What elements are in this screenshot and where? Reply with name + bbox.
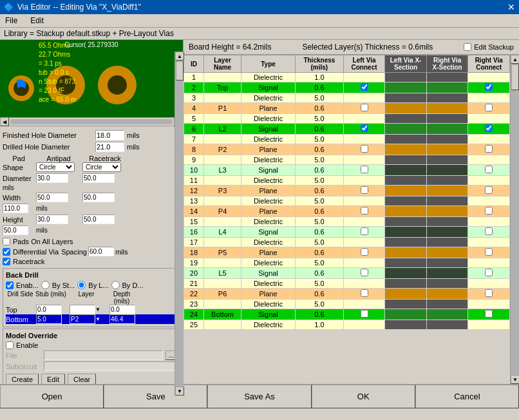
model-file-input[interactable] [44, 350, 163, 360]
model-edit-btn[interactable]: Edit [41, 374, 65, 384]
right-connect-checkbox[interactable] [485, 269, 493, 276]
cell-right-connect[interactable] [468, 155, 510, 165]
cell-right-connect[interactable] [468, 268, 510, 279]
close-button[interactable]: ✕ [507, 2, 515, 12]
pad-width-input[interactable] [36, 193, 68, 202]
left-connect-checkbox[interactable] [361, 289, 368, 297]
cell-right-connect[interactable] [468, 309, 510, 320]
cell-left-connect[interactable] [343, 176, 385, 186]
cell-left-connect[interactable] [343, 279, 385, 289]
cell-left-connect[interactable] [343, 135, 385, 144]
bd-bottom-depth-input[interactable] [109, 314, 135, 324]
model-enable-check[interactable] [6, 341, 14, 349]
left-connect-checkbox[interactable] [361, 207, 368, 215]
pad-diameter-input[interactable] [36, 173, 68, 183]
racetrack-width-input[interactable] [3, 204, 28, 213]
right-connect-checkbox[interactable] [485, 124, 493, 132]
table-row[interactable]: 17Dielectric5.0 [184, 238, 510, 247]
cell-left-connect[interactable] [343, 227, 385, 238]
cell-right-connect[interactable] [468, 82, 510, 93]
antipad-height-input[interactable] [82, 215, 115, 224]
cell-left-connect[interactable] [343, 165, 385, 176]
table-row[interactable]: 18P5Plane0.6 [184, 247, 510, 258]
cell-right-connect[interactable] [468, 320, 510, 330]
menu-edit[interactable]: Edit [28, 15, 46, 26]
cell-left-connect[interactable] [343, 103, 385, 114]
bd-bottom-stub-input[interactable] [36, 314, 62, 324]
differential-via-check[interactable] [3, 248, 10, 256]
cell-right-connect[interactable] [468, 93, 510, 103]
cell-left-connect[interactable] [343, 155, 385, 165]
left-connect-checkbox[interactable] [361, 124, 368, 132]
left-connect-checkbox[interactable] [361, 104, 368, 111]
table-row[interactable]: 16L4Signal0.6 [184, 227, 510, 238]
back-drill-enable-check[interactable] [6, 282, 14, 289]
cell-left-connect[interactable] [343, 258, 385, 268]
left-connect-checkbox[interactable] [361, 145, 368, 153]
right-connect-checkbox[interactable] [485, 83, 493, 91]
left-connect-checkbox[interactable] [361, 310, 368, 318]
cell-left-connect[interactable] [343, 82, 385, 93]
back-drill-by-st-radio[interactable] [41, 281, 50, 289]
cell-left-connect[interactable] [343, 206, 385, 217]
right-connect-checkbox[interactable] [485, 207, 493, 215]
table-row[interactable]: 6L2Signal0.6 [184, 124, 510, 135]
table-row[interactable]: 15Dielectric5.0 [184, 217, 510, 227]
antipad-shape-select[interactable]: Circle [82, 162, 121, 172]
h-scrollbar[interactable]: ◀ ▶ [0, 117, 183, 126]
cell-left-connect[interactable] [343, 300, 385, 309]
right-connect-checkbox[interactable] [485, 186, 493, 194]
table-row[interactable]: 8P2Plane0.6 [184, 144, 510, 155]
left-scroll-up-btn[interactable]: ▲ [175, 52, 184, 61]
table-row[interactable]: 1Dielectric1.0 [184, 73, 510, 82]
cell-right-connect[interactable] [468, 238, 510, 247]
table-row[interactable]: 3Dielectric5.0 [184, 93, 510, 103]
cell-left-connect[interactable] [343, 196, 385, 206]
cell-left-connect[interactable] [343, 114, 385, 124]
table-row[interactable]: 10L3Signal0.6 [184, 165, 510, 176]
scroll-left-btn[interactable]: ◀ [0, 117, 9, 126]
right-vscrollbar[interactable]: ▲ ▼ [510, 55, 519, 384]
cell-right-connect[interactable] [468, 165, 510, 176]
menu-file[interactable]: File [3, 15, 20, 26]
bd-top-depth-input[interactable] [109, 305, 135, 314]
cell-left-connect[interactable] [343, 93, 385, 103]
cell-right-connect[interactable] [468, 227, 510, 238]
spacing-input[interactable] [88, 247, 114, 256]
cell-left-connect[interactable] [343, 309, 385, 320]
bd-top-layer-input[interactable] [70, 305, 95, 314]
save-button[interactable]: Save [104, 385, 207, 408]
right-scroll-down-btn[interactable]: ▼ [511, 375, 519, 384]
bd-top-stub-input[interactable] [36, 305, 62, 314]
cell-left-connect[interactable] [343, 247, 385, 258]
back-drill-by-d-radio[interactable] [111, 281, 120, 289]
cell-left-connect[interactable] [343, 320, 385, 330]
cell-right-connect[interactable] [468, 124, 510, 135]
cell-left-connect[interactable] [343, 289, 385, 300]
cell-right-connect[interactable] [468, 247, 510, 258]
right-connect-checkbox[interactable] [485, 289, 493, 297]
table-row[interactable]: 20L5Signal0.6 [184, 268, 510, 279]
left-connect-checkbox[interactable] [361, 166, 368, 173]
back-drill-by-layer-radio[interactable] [77, 281, 86, 289]
model-subcircuit-input[interactable] [44, 361, 177, 371]
left-connect-checkbox[interactable] [361, 227, 368, 235]
cell-right-connect[interactable] [468, 300, 510, 309]
right-scroll-up-btn[interactable]: ▲ [511, 55, 519, 64]
table-row[interactable]: 13Dielectric5.0 [184, 196, 510, 206]
left-connect-checkbox[interactable] [361, 269, 368, 276]
pad-height-input[interactable] [36, 215, 68, 224]
cell-right-connect[interactable] [468, 73, 510, 82]
table-row[interactable]: 25Dielectric1.0 [184, 320, 510, 330]
cell-right-connect[interactable] [468, 289, 510, 300]
left-scroll-thumb[interactable] [176, 61, 184, 81]
right-scroll-thumb[interactable] [511, 64, 519, 90]
table-row[interactable]: 23Dielectric5.0 [184, 300, 510, 309]
cell-left-connect[interactable] [343, 217, 385, 227]
model-create-btn[interactable]: Create [6, 374, 39, 384]
table-row[interactable]: 2TopSignal0.6 [184, 82, 510, 93]
save-as-button[interactable]: Save As [207, 385, 311, 408]
cell-right-connect[interactable] [468, 206, 510, 217]
racetrack-check[interactable] [3, 258, 10, 265]
left-vscrollbar[interactable]: ▲ ▼ [175, 52, 184, 384]
